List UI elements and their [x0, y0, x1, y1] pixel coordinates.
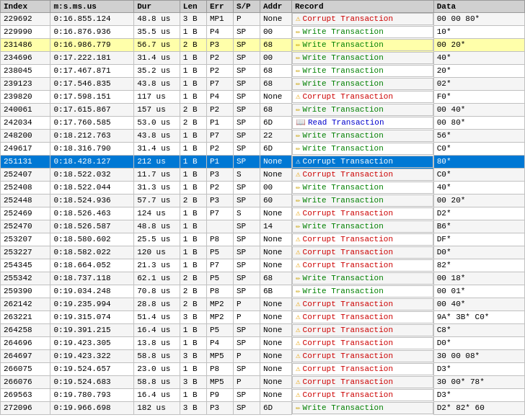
table-row[interactable]: 2420340:17.760.58553.0 us2 BP1SP6D📖Read … [1, 117, 525, 130]
table-row[interactable]: 2296920:16.855.12448.8 us3 BMP1PNone⚠Cor… [1, 13, 525, 26]
table-row[interactable]: 2524080:18.522.04431.3 us1 BP2SP00✏Write… [1, 182, 525, 195]
cell-record: ✏Write Transaction [292, 402, 433, 414]
cell-err-value: P9 [210, 390, 219, 399]
cell-index: 249617 [1, 143, 50, 156]
table-row[interactable]: 2314860:16.986.77956.7 us2 BP3SP68✏Write… [1, 39, 525, 52]
table-row[interactable]: 2532070:18.580.60225.5 us1 BP8SPNone⚠Cor… [1, 233, 525, 246]
table-row[interactable]: 2511310:18.428.127212 us1 BP1SPNone⚠Corr… [1, 156, 525, 169]
table-row[interactable]: 2642580:19.391.21516.4 us1 BP5SPNone⚠Cor… [1, 324, 525, 337]
cell-index: 266076 [1, 376, 50, 389]
cell-index: 240061 [1, 104, 50, 117]
table-row[interactable]: 2524700:18.526.58748.8 us1 BSP14✏Write T… [1, 220, 525, 233]
cell-sp: SP [233, 402, 260, 415]
cell-sp: SP [233, 337, 260, 350]
cell-err-value: P1 [210, 157, 219, 166]
table-row[interactable]: 2524690:18.526.463124 us1 BP7SNone⚠Corru… [1, 207, 525, 220]
table-row[interactable]: 2695630:19.780.79316.4 us1 BP9SPNone⚠Cor… [1, 389, 525, 402]
table-row[interactable]: 2660750:19.524.65723.0 us1 BP8SPNone⚠Cor… [1, 363, 525, 376]
table-row[interactable]: 2553420:18.737.11862.1 us2 BP5SP68✏Write… [1, 272, 525, 285]
cell-data: 20* [433, 65, 524, 78]
table-row[interactable]: 2532270:18.582.022120 us1 BP5SPNone⚠Corr… [1, 246, 525, 259]
cell-dur-value: 13.8 us [137, 339, 170, 347]
table-row[interactable]: 2543450:18.664.05221.3 us1 BP7SPNone⚠Cor… [1, 259, 525, 272]
cell-sp: P [233, 13, 260, 26]
cell-err-value: P3 [210, 40, 219, 49]
cell-data-value: 20* [437, 66, 451, 75]
cell-err: MP2 [206, 311, 233, 324]
record-label: Write Transaction [303, 27, 384, 37]
cell-record: ⚠Corrupt Transaction [292, 246, 433, 259]
cell-index: 248200 [1, 130, 50, 143]
table-row[interactable]: 2646960:19.423.30513.8 us1 BP4SPNone⚠Cor… [1, 337, 525, 350]
table-row[interactable]: 2299900:16.876.93635.5 us1 BP4SP00✏Write… [1, 26, 525, 39]
cell-err-value: MP5 [210, 352, 224, 360]
cell-err: P5 [206, 272, 233, 285]
cell-addr-value: None [263, 14, 282, 23]
cell-data: 30 00 08* [433, 350, 524, 363]
cell-ms: 0:18.212.763 [50, 130, 134, 143]
table-row[interactable]: 2482000:18.212.76343.8 us1 BP7SP22✏Write… [1, 130, 525, 143]
cell-addr-value: None [263, 365, 282, 373]
cell-ms: 0:19.423.322 [50, 350, 134, 363]
cell-sp-value: SP [237, 274, 246, 282]
record-label: Corrupt Transaction [303, 338, 393, 349]
table-row[interactable]: 2524480:18.524.93657.7 us2 BP3SP60✏Write… [1, 195, 525, 207]
cell-ms-value: 0:16.986.779 [53, 40, 110, 49]
cell-dur-value: 43.8 us [137, 79, 170, 88]
cell-data-value: 56* [437, 131, 451, 140]
corrupt-icon: ⚠ [296, 234, 301, 245]
cell-data: 00 40* [433, 298, 524, 311]
cell-len-value: 1 B [183, 209, 198, 218]
cell-len: 2 B [180, 195, 206, 207]
table-row[interactable]: 2400610:17.615.867157 us2 BP2SP68✏Write … [1, 104, 525, 117]
cell-ms: 0:18.526.587 [50, 220, 134, 233]
cell-sp: SP [233, 259, 260, 272]
cell-sp-value: SP [237, 261, 246, 269]
table-row[interactable]: 2346960:17.222.18131.4 us1 BP2SP00✏Write… [1, 52, 525, 65]
write-icon: ✏ [296, 53, 301, 63]
table-row[interactable]: 2593900:19.034.24870.8 us2 BP8SP6B✏Write… [1, 285, 525, 298]
cell-index-value: 252407 [4, 170, 32, 179]
cell-addr: 60 [260, 195, 291, 207]
cell-sp: SP [233, 285, 260, 298]
cell-dur: 53.0 us [134, 117, 180, 130]
cell-len-value: 3 B [183, 313, 198, 321]
cell-len-value: 2 B [183, 40, 198, 49]
cell-dur-value: 31.3 us [137, 183, 170, 192]
cell-dur-value: 58.8 us [137, 377, 170, 386]
table-row[interactable]: 2380450:17.467.87135.2 us1 BP2SP68✏Write… [1, 65, 525, 78]
table-row[interactable]: 2496170:18.316.79031.4 us1 BP2SP6D✏Write… [1, 143, 525, 156]
corrupt-icon: ⚠ [296, 156, 301, 167]
cell-data-value: 82* [437, 261, 451, 269]
cell-data-value: 80* [437, 157, 451, 166]
table-row[interactable]: 2398200:17.598.151117 us1 BP4SPNone⚠Corr… [1, 91, 525, 104]
cell-data: 82* [433, 259, 524, 272]
cell-addr: 6D [260, 117, 291, 130]
cell-len: 1 B [180, 78, 206, 91]
cell-data: D2* [433, 207, 524, 220]
cell-dur-value: 23.0 us [137, 365, 170, 373]
table-row[interactable]: 2632210:19.315.07451.4 us3 BMP2PNone⚠Cor… [1, 311, 525, 324]
cell-ms: 0:17.546.835 [50, 78, 134, 91]
cell-data: 00 80* [433, 117, 524, 130]
cell-len-value: 1 B [183, 53, 198, 62]
cell-dur-value: 16.4 us [137, 390, 170, 399]
cell-len-value: 1 B [183, 79, 198, 88]
table-row[interactable]: 2660760:19.524.68358.8 us3 BMP5PNone⚠Cor… [1, 376, 525, 389]
cell-ms-value: 0:18.526.463 [53, 209, 110, 218]
cell-ms-value: 0:19.315.074 [53, 313, 110, 321]
table-row[interactable]: 2524070:18.522.03211.7 us1 BP3SNone⚠Corr… [1, 169, 525, 182]
cell-dur-value: 51.4 us [137, 313, 170, 321]
cell-addr-value: 68 [263, 274, 273, 282]
table-row[interactable]: 2646970:19.423.32258.8 us3 BMP5PNone⚠Cor… [1, 350, 525, 363]
cell-sp: SP [233, 91, 260, 104]
cell-index: 262142 [1, 298, 50, 311]
table-row[interactable]: 2621420:19.235.99428.8 us2 BMP2PNone⚠Cor… [1, 298, 525, 311]
table-row[interactable]: 2720960:19.966.698182 us3 BP3SP6D✏Write … [1, 402, 525, 415]
table-row[interactable]: 2391230:17.546.83543.8 us1 BP7SP68✏Write… [1, 78, 525, 91]
cell-sp-value: SP [237, 144, 246, 153]
cell-err-value: P3 [210, 170, 219, 179]
col-header-data: Data [433, 1, 524, 13]
cell-data: D3* [433, 363, 524, 376]
cell-ms: 0:16.986.779 [50, 39, 134, 52]
